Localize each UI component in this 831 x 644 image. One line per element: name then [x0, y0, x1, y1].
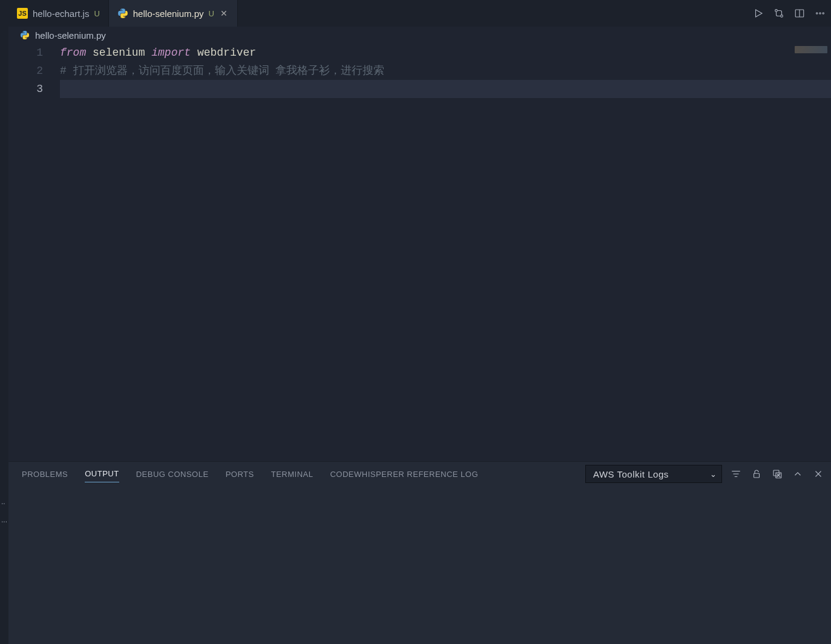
tab-file-name: hello-selenium.py: [133, 8, 204, 19]
line-number: 2: [8, 62, 43, 80]
gutter: 1 2 3: [8, 44, 60, 461]
panel-tabs: PROBLEMS OUTPUT DEBUG CONSOLE PORTS TERM…: [8, 462, 831, 486]
minimap[interactable]: [795, 46, 827, 53]
js-file-icon: JS: [17, 8, 28, 19]
svg-point-1: [781, 15, 783, 18]
tab-problems[interactable]: PROBLEMS: [22, 466, 68, 482]
panel-right-controls: AWS Toolkit Logs ⌄: [585, 465, 825, 483]
svg-rect-10: [754, 473, 760, 478]
python-file-icon: [117, 8, 128, 19]
tab-codewhisperer[interactable]: CODEWHISPERER REFERENCE LOG: [330, 466, 478, 482]
code-line: # 打开浏览器，访问百度页面，输入关键词 拿我格子衫，进行搜索: [60, 62, 831, 80]
output-body[interactable]: [8, 486, 831, 644]
tab-hello-selenium[interactable]: hello-selenium.py U ✕: [109, 0, 238, 27]
code-editor[interactable]: 1 2 3 from selenium import webdriver # 打…: [8, 44, 831, 461]
tab-debug-console[interactable]: DEBUG CONSOLE: [136, 466, 209, 482]
run-icon[interactable]: [752, 7, 764, 19]
tab-file-name: hello-echart.js: [33, 8, 89, 19]
lock-scroll-icon[interactable]: [750, 467, 763, 481]
output-channel-select[interactable]: AWS Toolkit Logs ⌄: [585, 465, 722, 483]
activity-dots-2: ...: [0, 511, 8, 529]
split-editor-icon[interactable]: [793, 7, 806, 19]
editor-actions: [752, 0, 831, 27]
tab-output[interactable]: OUTPUT: [85, 465, 119, 482]
tab-hello-echart[interactable]: JS hello-echart.js U: [8, 0, 109, 27]
filter-icon[interactable]: [729, 467, 743, 481]
close-panel-icon[interactable]: [812, 467, 825, 481]
clear-output-icon[interactable]: [770, 467, 784, 481]
tab-terminal[interactable]: TERMINAL: [271, 466, 314, 482]
python-file-icon: [19, 30, 30, 41]
channel-label: AWS Toolkit Logs: [593, 469, 669, 479]
tab-status-unsaved: U: [209, 9, 214, 18]
more-actions-icon[interactable]: [814, 7, 826, 19]
close-icon[interactable]: ✕: [219, 7, 229, 19]
breadcrumb-file: hello-selenium.py: [35, 30, 106, 41]
tab-ports[interactable]: PORTS: [226, 466, 254, 482]
chevron-down-icon: ⌄: [710, 470, 717, 479]
activity-dots: ..: [0, 493, 8, 511]
line-number: 1: [8, 44, 43, 62]
main-column: JS hello-echart.js U hello-selenium.py U…: [8, 0, 831, 644]
code-content[interactable]: from selenium import webdriver # 打开浏览器，访…: [60, 44, 831, 461]
line-number: 3: [8, 80, 43, 98]
breadcrumb[interactable]: hello-selenium.py: [8, 27, 831, 44]
tab-status-unsaved: U: [94, 9, 99, 18]
editor-tabs: JS hello-echart.js U hello-selenium.py U…: [8, 0, 831, 27]
svg-point-4: [816, 13, 818, 14]
code-line-current: [60, 80, 831, 98]
activity-bar: .. ...: [0, 0, 8, 644]
code-line: from selenium import webdriver: [60, 44, 831, 62]
svg-point-0: [775, 10, 778, 12]
chevron-up-icon[interactable]: [791, 467, 804, 481]
compare-changes-icon[interactable]: [773, 7, 785, 19]
svg-point-5: [820, 13, 821, 14]
svg-point-6: [823, 13, 824, 14]
bottom-panel: PROBLEMS OUTPUT DEBUG CONSOLE PORTS TERM…: [8, 461, 831, 644]
